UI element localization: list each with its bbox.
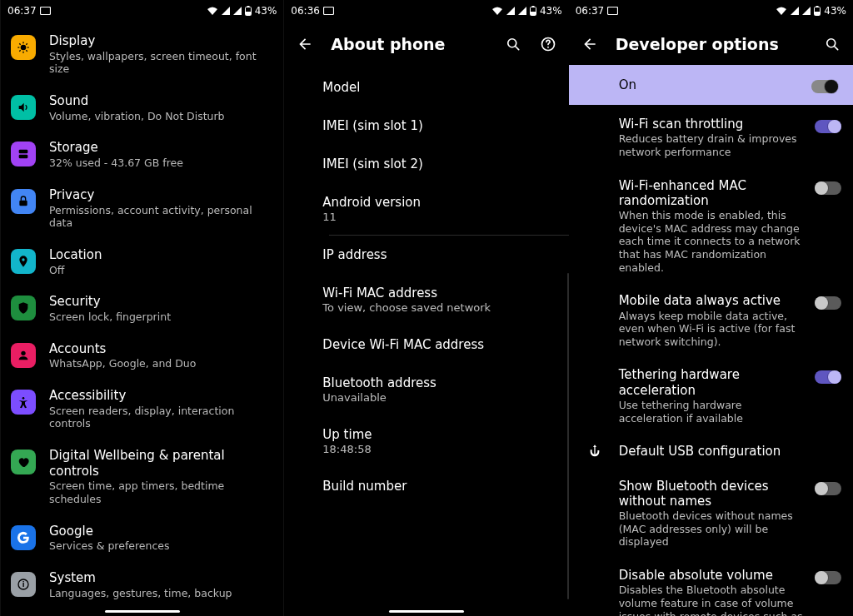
about-item-wi-fi-mac-address[interactable]: Wi-Fi MAC addressTo view, choose saved n… — [322, 274, 568, 325]
search-icon — [505, 36, 521, 52]
settings-item-location[interactable]: LocationOff — [1, 239, 283, 286]
search-button[interactable] — [504, 35, 522, 53]
dev-options-master-row[interactable]: On — [569, 65, 853, 105]
dev-item-mobile-data-always-active[interactable]: Mobile data always activeAlways keep mob… — [569, 283, 853, 357]
toggle-switch[interactable] — [815, 296, 841, 310]
svg-line-36 — [834, 47, 837, 50]
dev-item-wi-fi-enhanced-mac-randomization[interactable]: Wi-Fi-enhanced MAC randomizationWhen thi… — [569, 168, 853, 284]
about-item-imei-sim-slot-1-[interactable]: IMEI (sim slot 1) — [322, 107, 568, 145]
svg-point-17 — [21, 350, 25, 355]
settings-item-privacy[interactable]: PrivacyPermissions, account activity, pe… — [1, 179, 283, 239]
about-item-subtitle: 11 — [322, 210, 556, 223]
cast-icon — [323, 7, 334, 15]
toggle-switch[interactable] — [815, 120, 841, 133]
signal-2-icon — [518, 7, 526, 15]
about-item-android-version[interactable]: Android version11 — [322, 183, 568, 235]
settings-item-digital-wellbeing-parental-controls[interactable]: Digital Wellbeing & parental controlsScr… — [1, 440, 283, 515]
dev-item-wi-fi-scan-throttling[interactable]: Wi-Fi scan throttlingReduces battery dra… — [569, 107, 853, 168]
dev-item-title: Wi-Fi-enhanced MAC randomization — [619, 178, 806, 209]
settings-item-storage[interactable]: Storage32% used - 43.67 GB free — [1, 132, 283, 178]
about-item-title: IMEI (sim slot 2) — [322, 156, 556, 171]
dev-item-title: Default USB configuration — [619, 444, 841, 459]
svg-rect-14 — [19, 155, 28, 159]
about-item-title: Wi-Fi MAC address — [322, 286, 556, 301]
back-button[interactable] — [581, 35, 599, 53]
dev-options-master-toggle[interactable] — [811, 80, 838, 93]
dev-options-master-label: On — [619, 77, 636, 92]
about-item-device-wi-fi-mac-address[interactable]: Device Wi-Fi MAC address — [322, 325, 568, 364]
accounts-icon — [11, 343, 36, 368]
settings-list: DisplayStyles, wallpapers, screen timeou… — [1, 22, 283, 616]
settings-item-subtitle: Styles, wallpapers, screen timeout, font… — [49, 49, 272, 76]
settings-item-security[interactable]: SecurityScreen lock, fingerprint — [1, 286, 283, 332]
svg-line-10 — [26, 50, 27, 51]
about-item-up-time[interactable]: Up time18:48:58 — [322, 415, 568, 467]
svg-rect-0 — [40, 7, 50, 15]
svg-text:i: i — [22, 581, 25, 589]
dev-item-subtitle: Disables the Bluetooth absolute volume f… — [619, 583, 806, 616]
dev-item-show-bluetooth-devices-without-names[interactable]: Show Bluetooth devices without namesBlue… — [569, 469, 853, 558]
help-button[interactable] — [539, 35, 557, 53]
battery-icon — [814, 6, 821, 16]
settings-item-accounts[interactable]: AccountsWhatsApp, Google, and Duo — [1, 333, 283, 380]
about-item-ip-address[interactable]: IP address — [322, 236, 568, 274]
svg-rect-3 — [246, 12, 251, 15]
back-button[interactable] — [296, 35, 314, 53]
search-button[interactable] — [823, 35, 841, 53]
arrow-left-icon — [297, 36, 313, 52]
navigation-pill[interactable] — [105, 610, 180, 613]
dev-item-tethering-hardware-acceleration[interactable]: Tethering hardware accelerationUse tethe… — [569, 357, 853, 434]
svg-point-4 — [21, 45, 27, 51]
display-icon — [11, 35, 36, 60]
dev-item-subtitle: Bluetooth devices without names (MAC add… — [619, 509, 806, 549]
signal-2-icon — [802, 7, 811, 15]
header: About phone — [284, 22, 568, 65]
about-item-subtitle: To view, choose saved network — [322, 301, 556, 314]
svg-line-12 — [26, 43, 27, 44]
about-item-title: Device Wi-Fi MAC address — [322, 337, 556, 352]
system-icon: i — [11, 572, 36, 597]
settings-item-title: Privacy — [49, 187, 272, 203]
page-title: About phone — [331, 35, 445, 53]
dev-item-default-usb-configuration[interactable]: Default USB configuration — [569, 434, 853, 468]
settings-item-title: Accessibility — [49, 388, 272, 404]
toggle-switch[interactable] — [815, 571, 841, 584]
about-item-build-number[interactable]: Build number — [322, 467, 568, 505]
about-item-imei-sim-slot-2-[interactable]: IMEI (sim slot 2) — [322, 145, 568, 183]
settings-item-subtitle: Permissions, account activity, personal … — [49, 203, 272, 230]
about-item-title: Up time — [322, 427, 556, 442]
about-item-title: Build number — [322, 479, 556, 494]
settings-item-title: Display — [49, 33, 272, 49]
toggle-switch[interactable] — [815, 370, 841, 384]
toggle-switch[interactable] — [815, 482, 841, 495]
dev-item-title: Mobile data always active — [619, 293, 806, 308]
settings-item-system[interactable]: iSystemLanguages, gestures, time, backup — [1, 562, 283, 609]
signal-1-icon — [222, 7, 230, 15]
status-clock: 06:37 — [576, 5, 605, 17]
settings-item-google[interactable]: GoogleServices & preferences — [1, 515, 283, 562]
navigation-pill[interactable] — [389, 610, 464, 613]
settings-item-subtitle: Volume, vibration, Do Not Disturb — [49, 109, 272, 123]
cast-icon — [607, 7, 618, 15]
settings-item-sound[interactable]: SoundVolume, vibration, Do Not Disturb — [1, 85, 283, 132]
settings-panel: 06:37 43% DisplayStyles, wallpapers, scr… — [0, 0, 284, 616]
dev-item-disable-absolute-volume[interactable]: Disable absolute volumeDisables the Blue… — [569, 558, 853, 616]
arrow-left-icon — [581, 36, 598, 52]
wifi-icon — [776, 7, 787, 16]
about-item-model[interactable]: Model — [322, 68, 568, 107]
cast-icon — [40, 7, 51, 15]
about-phone-panel: 06:36 43% About phone ModelIMEI (sim slo… — [284, 0, 568, 616]
about-item-title: IP address — [322, 247, 556, 262]
settings-item-subtitle: WhatsApp, Google, and Duo — [49, 356, 272, 370]
svg-rect-2 — [247, 6, 249, 7]
settings-item-accessibility[interactable]: AccessibilityScreen readers, display, in… — [1, 380, 283, 440]
about-item-bluetooth-address[interactable]: Bluetooth addressUnavailable — [322, 364, 568, 415]
toggle-switch[interactable] — [815, 181, 841, 195]
location-icon — [11, 249, 36, 274]
svg-line-28 — [515, 47, 518, 50]
settings-item-title: Accounts — [49, 341, 272, 357]
dev-item-subtitle: Use tethering hardware acceleration if a… — [619, 398, 806, 425]
settings-item-display[interactable]: DisplayStyles, wallpapers, screen timeou… — [1, 25, 283, 85]
svg-point-18 — [22, 397, 25, 400]
about-item-title: IMEI (sim slot 1) — [322, 118, 556, 133]
